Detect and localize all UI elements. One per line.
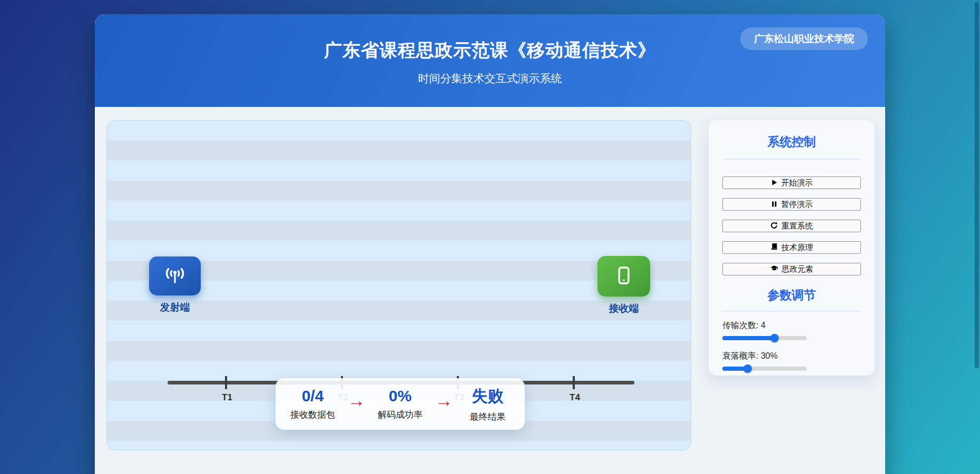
button-label: 暂停演示 <box>781 200 813 210</box>
stat-final-result: 失败 最终结果 <box>463 386 513 423</box>
stat-decode-success-rate: 0% 解码成功率 <box>375 387 426 421</box>
start-demo-button[interactable]: 开始演示 <box>722 176 861 189</box>
stat-label: 接收数据包 <box>288 409 338 421</box>
pause-demo-button[interactable]: 暂停演示 <box>722 198 861 211</box>
divider <box>722 159 861 160</box>
stat-label: 解码成功率 <box>375 409 426 421</box>
reset-system-button[interactable]: 重置系统 <box>722 220 861 232</box>
arrow-right-icon: → <box>348 390 366 411</box>
app-card: 广东省课程思政示范课《移动通信技术》 时间分集技术交互式演示系统 广东松山职业技… <box>95 14 885 474</box>
stat-value: 失败 <box>463 386 513 407</box>
book-icon <box>770 243 778 252</box>
stat-value: 0/4 <box>288 387 338 405</box>
stat-label: 最终结果 <box>463 411 513 423</box>
mobile-phone-icon <box>617 266 631 287</box>
timeline-label-t4: T4 <box>563 392 586 403</box>
control-sidebar: 系统控制 开始演示 暂停演示 <box>709 120 875 376</box>
demo-canvas: 发射端 接收端 T1 T2 <box>106 120 691 450</box>
timeline-label-t1: T1 <box>215 392 239 403</box>
page-scrollbar[interactable] <box>975 2 979 368</box>
play-icon <box>771 179 778 187</box>
transmission-count-slider[interactable] <box>722 336 807 340</box>
slider-thumb[interactable] <box>743 364 752 373</box>
result-stats-panel: 0/4 接收数据包 → 0% 解码成功率 → 失败 最终结果 <box>276 378 525 430</box>
transmitter-label: 发射端 <box>149 301 201 314</box>
control-panel-title: 系统控制 <box>722 134 861 150</box>
button-label: 技术原理 <box>781 243 813 253</box>
broadcast-tower-icon <box>164 266 186 286</box>
page-subtitle: 时间分集技术交互式演示系统 <box>95 71 885 86</box>
button-label: 开始演示 <box>781 178 813 188</box>
transmitter: 发射端 <box>149 256 201 314</box>
transmission-count-label: 传输次数: 4 <box>722 320 861 331</box>
divider <box>722 311 861 312</box>
graduation-cap-icon <box>770 265 778 274</box>
tech-principle-button[interactable]: 技术原理 <box>722 241 861 254</box>
ideology-elements-button[interactable]: 思政元素 <box>722 263 861 275</box>
button-label: 思政元素 <box>782 264 814 274</box>
fading-probability-slider[interactable] <box>722 367 807 371</box>
stat-received-packets: 0/4 接收数据包 <box>288 387 338 421</box>
receiver-box <box>597 256 650 297</box>
params-panel-title: 参数调节 <box>722 287 861 303</box>
pause-icon <box>771 200 778 209</box>
timeline-tick-t4 <box>573 376 575 389</box>
fading-probability-label: 衰落概率: 30% <box>722 351 861 362</box>
stat-value: 0% <box>375 387 426 405</box>
slider-fill <box>722 336 775 340</box>
header: 广东省课程思政示范课《移动通信技术》 时间分集技术交互式演示系统 广东松山职业技… <box>95 14 885 107</box>
main-area: 发射端 接收端 T1 T2 <box>106 120 875 450</box>
arrow-right-icon: → <box>435 390 453 411</box>
transmitter-box <box>149 256 201 295</box>
receiver-label: 接收端 <box>597 302 650 315</box>
reset-icon <box>770 222 778 231</box>
timeline-tick-t1 <box>225 376 227 389</box>
school-badge: 广东松山职业技术学院 <box>740 27 868 50</box>
button-label: 重置系统 <box>781 221 813 231</box>
slider-thumb[interactable] <box>770 334 779 342</box>
receiver: 接收端 <box>597 256 650 315</box>
